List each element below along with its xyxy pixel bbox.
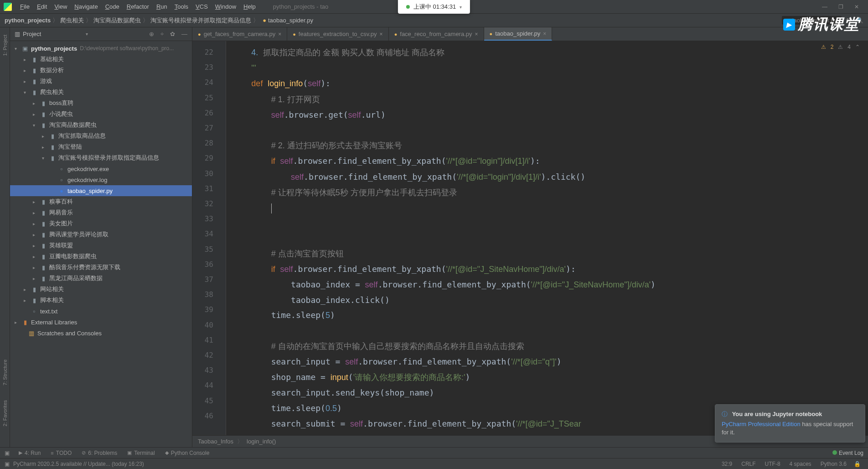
chevron-down-icon[interactable] [42,156,48,161]
menu-code[interactable]: Code [102,1,123,12]
close-icon[interactable]: × [380,31,383,37]
event-log-button[interactable]: Event Log [832,450,863,456]
chevron-right-icon[interactable] [33,232,39,237]
chevron-down-icon[interactable] [24,90,30,95]
close-icon[interactable]: × [278,31,281,37]
lock-icon[interactable]: 🔒 [851,461,863,467]
chevron-right-icon[interactable] [24,298,30,303]
tool-problems[interactable]: ⊘6: Problems [82,450,117,456]
breadcrumb-class[interactable]: Taobao_Infos [198,438,233,445]
minimize-button[interactable]: — [822,4,827,10]
caret-position[interactable]: 32:9 [717,461,737,467]
tree-item[interactable]: ▮游戏 [10,76,192,87]
editor-tab[interactable]: ●taobao_spider.py× [484,27,553,41]
editor-tab[interactable]: ●features_extraction_to_csv.py× [287,27,388,41]
breadcrumb-item[interactable]: taobao_spider.py [268,17,313,24]
chevron-right-icon[interactable] [24,57,30,62]
editor-body[interactable]: ⚠2 ⚠4 ⌃ 22 23 24 25 26 27 28 29 30 31 32… [192,41,868,435]
menu-run[interactable]: Run [153,1,171,12]
tree-item[interactable]: ▫geckodriver.log [10,174,192,185]
tree-item[interactable]: ▫geckodriver.exe [10,163,192,174]
code-editor[interactable]: 4. 抓取指定商品的 金额 购买人数 商铺地址 商品名称 ''' def log… [226,41,868,435]
chevron-right-icon[interactable] [24,68,30,73]
chevron-right-icon[interactable] [33,265,39,270]
tree-item[interactable]: ▮网易音乐 [10,207,192,218]
chevron-right-icon[interactable] [15,320,21,325]
tree-item[interactable]: ▮boss直聘 [10,98,192,109]
close-button[interactable]: ✕ [854,4,859,10]
chevron-right-icon[interactable] [24,79,30,84]
status-icon[interactable]: ▣ [5,461,10,467]
tree-item[interactable]: ▮腾讯课堂学员评论抓取 [10,229,192,240]
fold-gutter[interactable] [218,41,226,435]
editor-tab[interactable]: ●get_faces_from_camera.py× [192,27,287,41]
close-icon[interactable]: × [543,31,546,37]
notification-link[interactable]: PyCharm Professional Edition [722,421,801,427]
tool-terminal[interactable]: ▣Terminal [127,450,155,456]
tree-item[interactable]: ▮爬虫相关 [10,87,192,98]
chevron-down-icon[interactable] [15,46,21,51]
tree-item[interactable]: ▮糗事百科 [10,196,192,207]
chevron-down-icon[interactable] [33,123,39,128]
expand-icon[interactable]: ÷ [160,31,164,37]
chevron-right-icon[interactable] [33,112,39,117]
menu-refactor[interactable]: Refactor [123,1,153,12]
menu-view[interactable]: View [51,1,71,12]
tree-item[interactable]: ▮小说爬虫 [10,109,192,120]
file-encoding[interactable]: UTF-8 [760,461,785,467]
python-interpreter[interactable]: Python 3.6 [816,461,851,467]
chevron-right-icon[interactable] [33,199,39,204]
chevron-down-icon[interactable]: ▾ [460,5,462,10]
tool-pythonconsole[interactable]: ◆Python Console [165,450,210,456]
tool-todo[interactable]: ≡TODO [51,450,72,456]
chevron-down-icon[interactable]: ▾ [86,31,88,36]
chevron-right-icon[interactable] [33,276,39,281]
menu-window[interactable]: Window [212,1,240,12]
tree-item[interactable]: ▫text.txt [10,306,192,317]
breadcrumb-item[interactable]: 淘宝商品数据爬虫 [93,16,141,25]
editor-tab[interactable]: ●face_reco_from_camera.py× [389,27,484,41]
chevron-right-icon[interactable] [33,210,39,215]
menu-help[interactable]: Help [240,1,259,12]
tool-structure-tab[interactable]: 7: Structure [1,357,9,388]
breadcrumb-item[interactable]: 淘宝账号模拟登录并抓取指定商品信息 [150,16,251,25]
hide-icon[interactable]: — [181,31,187,37]
gear-icon[interactable]: ✿ [170,31,175,37]
chevron-right-icon[interactable] [33,243,39,248]
tree-item[interactable]: ▮数据分析 [10,65,192,76]
chevron-right-icon[interactable] [42,145,48,150]
tree-item[interactable]: ▮美女图片 [10,218,192,229]
menu-vcs[interactable]: VCS [192,1,212,12]
tree-root[interactable]: ▣ python_projects D:\development softwar… [10,43,192,54]
menu-edit[interactable]: Edit [33,1,51,12]
tree-external-libraries[interactable]: ▮ External Libraries [10,317,192,328]
messages-icon[interactable]: ▣ [5,450,10,456]
tool-project-tab[interactable]: 1: Project [1,32,9,58]
menu-navigate[interactable]: Navigate [71,1,101,12]
tree-item[interactable]: ●taobao_spider.py [10,185,192,196]
status-message[interactable]: PyCharm 2020.2.5 available // Update... … [13,461,717,467]
indent-setting[interactable]: 4 spaces [785,461,816,467]
line-separator[interactable]: CRLF [737,461,760,467]
tool-favorites-tab[interactable]: 2: Favorites [1,397,9,429]
notification-popup[interactable]: ⓘ You are using Jupyter notebook PyCharm… [715,404,865,443]
locate-icon[interactable]: ⊕ [149,31,154,37]
tree-item[interactable]: ▮淘宝抓取商品信息 [10,130,192,141]
menu-tools[interactable]: Tools [171,1,192,12]
tree-scratches[interactable]: ▥ Scratches and Consoles [10,328,192,339]
tree-item[interactable]: ▮黑龙江商品采晒数据 [10,273,192,284]
chevron-right-icon[interactable] [42,134,48,139]
line-number-gutter[interactable]: 22 23 24 25 26 27 28 29 30 31 32 33 34 3… [192,41,218,435]
streaming-status-pill[interactable]: 上课中 01:34:31 ▾ [398,0,470,14]
tree-item[interactable]: ▮网站相关 [10,284,192,295]
tree-item[interactable]: ▮英雄联盟 [10,240,192,251]
chevron-up-down-icon[interactable]: ⌃ [855,44,860,50]
chevron-right-icon[interactable] [24,287,30,292]
breadcrumb-item[interactable]: python_projects [5,17,51,24]
inspection-status[interactable]: ⚠2 ⚠4 ⌃ [821,44,860,50]
breadcrumb-item[interactable]: 爬虫相关 [60,16,84,25]
tree-item[interactable]: ▮淘宝账号模拟登录并抓取指定商品信息 [10,152,192,163]
chevron-right-icon[interactable] [33,254,39,259]
tree-item[interactable]: ▮豆瓣电影数据爬虫 [10,251,192,262]
chevron-right-icon[interactable] [33,101,39,106]
